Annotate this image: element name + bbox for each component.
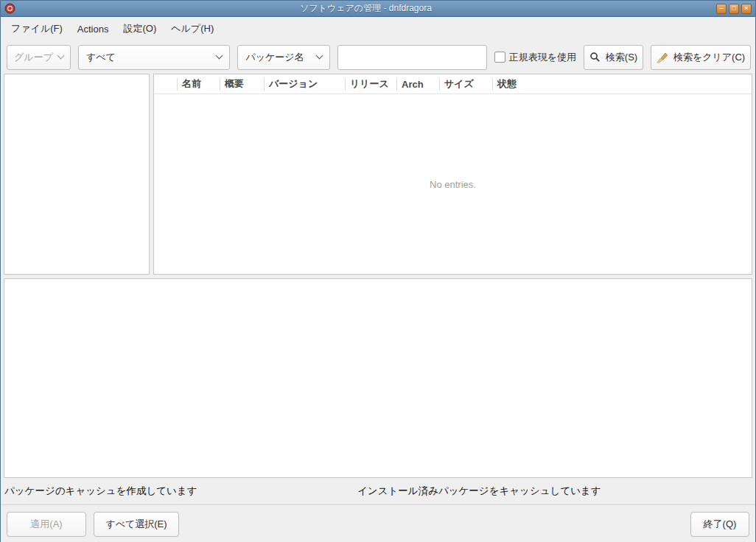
column-header-2[interactable]: 概要	[220, 78, 265, 91]
dnfdragora-app-icon[interactable]	[4, 3, 15, 14]
status-text-left: パッケージのキャッシュを作成しています	[4, 485, 197, 498]
search-field-select[interactable]: パッケージ名	[237, 45, 330, 70]
chevron-down-icon	[216, 52, 223, 60]
filter-select[interactable]: すべて	[78, 45, 230, 70]
search-icon	[589, 52, 601, 63]
group-tree-panel[interactable]	[4, 74, 150, 275]
minimize-button[interactable]: –	[716, 4, 727, 14]
apply-button[interactable]: 適用(A)	[7, 512, 86, 537]
status-text-center: インストール済みパッケージをキャッシュしています	[357, 485, 601, 498]
statusbar: パッケージのキャッシュを作成しています インストール済みパッケージをキャッシュし…	[1, 478, 755, 504]
table-header-row: 名前概要バージョンリリースArchサイズ状態	[154, 74, 752, 94]
footer-button-bar: 適用(A) すべて選択(E) 終了(Q)	[1, 504, 755, 542]
column-header-3[interactable]: バージョン	[265, 78, 346, 91]
groups-dropdown-label: グループ	[14, 51, 53, 64]
window-title: ソフトウェアの管理 - dnfdragora	[19, 2, 713, 15]
column-header-5[interactable]: Arch	[397, 78, 440, 91]
dnfdragora-window: ソフトウェアの管理 - dnfdragora – □ × ファイル(F) Act…	[0, 0, 756, 542]
main-area: 名前概要バージョンリリースArchサイズ状態 No entries.	[1, 74, 755, 275]
search-input[interactable]	[337, 45, 486, 70]
toolbar: グループ すべて パッケージ名 正規表現を使用 検索(S)	[1, 41, 755, 74]
package-detail-panel[interactable]	[4, 278, 752, 478]
menu-actions[interactable]: Actions	[70, 19, 116, 39]
menu-options[interactable]: 設定(O)	[116, 18, 164, 40]
clear-search-button[interactable]: 検索をクリア(C)	[651, 45, 751, 70]
search-field-select-value: パッケージ名	[245, 51, 304, 64]
package-table-panel: 名前概要バージョンリリースArchサイズ状態 No entries.	[153, 74, 752, 275]
chevron-down-icon	[316, 52, 323, 60]
menu-file[interactable]: ファイル(F)	[4, 18, 70, 40]
chevron-down-icon	[57, 52, 65, 60]
quit-button-label: 終了(Q)	[704, 518, 737, 531]
select-column-spacer	[154, 78, 178, 91]
apply-button-label: 適用(A)	[30, 518, 62, 531]
checkbox-box	[494, 52, 505, 63]
regex-checkbox-label: 正規表現を使用	[509, 51, 576, 64]
search-button-label: 検索(S)	[606, 51, 637, 64]
maximize-button[interactable]: □	[729, 4, 739, 14]
menubar: ファイル(F) Actions 設定(O) ヘルプ(H)	[1, 17, 755, 41]
close-button[interactable]: ×	[741, 4, 752, 14]
window-controls: – □ ×	[716, 4, 752, 14]
clear-brush-icon	[657, 52, 668, 63]
search-button[interactable]: 検索(S)	[584, 45, 643, 70]
clear-search-button-label: 検索をクリア(C)	[673, 51, 745, 64]
menu-help[interactable]: ヘルプ(H)	[164, 18, 221, 40]
column-header-7[interactable]: 状態	[493, 78, 752, 91]
column-header-1[interactable]: 名前	[178, 78, 220, 91]
filter-select-value: すべて	[86, 51, 116, 64]
column-header-6[interactable]: サイズ	[440, 78, 493, 91]
select-all-button[interactable]: すべて選択(E)	[94, 512, 179, 537]
groups-dropdown-button[interactable]: グループ	[7, 45, 71, 70]
regex-checkbox[interactable]: 正規表現を使用	[494, 51, 576, 64]
empty-table-message: No entries.	[430, 179, 476, 190]
titlebar[interactable]: ソフトウェアの管理 - dnfdragora – □ ×	[1, 1, 755, 17]
select-all-button-label: すべて選択(E)	[105, 518, 167, 531]
package-table-body[interactable]: No entries.	[154, 94, 752, 274]
column-header-4[interactable]: リリース	[346, 78, 397, 91]
quit-button[interactable]: 終了(Q)	[690, 512, 749, 537]
